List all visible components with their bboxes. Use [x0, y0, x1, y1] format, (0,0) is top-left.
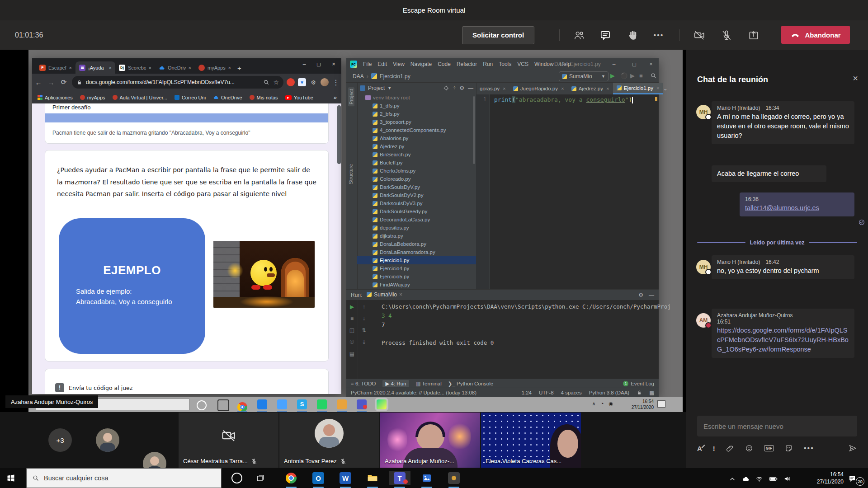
stop-icon[interactable]: ■ — [350, 315, 354, 322]
indent-setting[interactable]: 4 spaces — [561, 390, 582, 395]
tray-wifi-icon[interactable] — [755, 474, 763, 483]
settings-gear-icon[interactable]: ⚙ — [638, 292, 643, 298]
cortana-button[interactable] — [226, 471, 248, 485]
restore-layout-icon[interactable]: ◫ — [349, 327, 354, 333]
down-stack-icon[interactable]: ↓ — [363, 315, 365, 322]
pycharm-close-button[interactable]: × — [643, 58, 659, 70]
print-icon[interactable]: ▤ — [349, 351, 354, 357]
tree-file[interactable]: 4_connectedComponents.py — [357, 126, 476, 134]
tray-chevron-up-icon[interactable] — [729, 474, 736, 483]
run-tool-tab[interactable]: ▶ 4: Run — [382, 380, 410, 387]
message-link[interactable]: https://docs.google.com/forms/d/e/1FAIpQ… — [717, 327, 849, 353]
taskbar-chrome-icon[interactable] — [280, 471, 302, 485]
taskbar-app-icon[interactable] — [443, 471, 465, 485]
avatar[interactable]: MH — [696, 260, 711, 274]
tab-close-icon[interactable]: × — [606, 86, 609, 91]
tree-root[interactable]: venv library root — [357, 94, 476, 102]
share-screen-icon[interactable] — [748, 29, 760, 41]
menu-navigate[interactable]: Navigate — [410, 61, 432, 67]
tree-file[interactable]: Ajedrez.py — [357, 142, 476, 150]
browser-tab[interactable]: P EscapeR × — [36, 61, 75, 74]
participant-tile[interactable]: César Mestraitua Tarra... — [179, 413, 278, 468]
hide-panel-icon[interactable]: — — [468, 85, 473, 91]
tab-close-icon[interactable]: × — [189, 65, 191, 70]
status-message[interactable]: PyCharm 2020.2.4 available: // Update...… — [351, 390, 476, 395]
menu-tools[interactable]: Tools — [499, 61, 511, 67]
participant-avatar[interactable] — [96, 428, 119, 452]
pycharm-minimize-button[interactable]: – — [606, 58, 622, 70]
camera-off-icon[interactable] — [693, 29, 705, 41]
gif-icon[interactable]: GIF — [764, 445, 774, 451]
chat-message[interactable]: Acaba de llegarme el correo — [712, 165, 826, 182]
rerun-icon[interactable]: ▶ — [350, 304, 354, 310]
bookmark-myapps[interactable]: myApps — [80, 95, 105, 100]
code-editor[interactable]: 1 print("abracadabra, voy a conseguirlo"… — [476, 94, 659, 289]
menu-edit[interactable]: Edit — [377, 61, 387, 67]
extension-icon[interactable]: ▼ — [298, 78, 306, 86]
participants-icon[interactable] — [573, 29, 585, 41]
bookmark-apps[interactable]: Aplicaciones — [38, 95, 73, 100]
message-link[interactable]: taller14@alumnos.urjc.es — [745, 204, 819, 211]
python-console-tab[interactable]: ❯_ Python Console — [448, 380, 493, 387]
tab-close-icon[interactable]: × — [656, 85, 660, 91]
tree-file[interactable]: Abalorios.py — [357, 134, 476, 142]
bookmark-onedrive[interactable]: OneDrive — [213, 94, 242, 100]
tree-file[interactable]: 2_bfs.py — [357, 110, 476, 118]
chat-message[interactable]: Mario H (Invitado)16:42 no, yo ya estoy … — [712, 255, 854, 279]
extensions-puzzle-icon[interactable]: ⚙ — [309, 78, 317, 86]
raise-hand-icon[interactable] — [627, 29, 639, 41]
new-tab-button[interactable]: + — [237, 64, 241, 72]
chat-icon[interactable] — [599, 29, 611, 41]
tree-file[interactable]: FindAWay.py — [357, 281, 476, 289]
bookmarks-overflow-chevron[interactable]: » — [334, 94, 337, 101]
bookmark-correo[interactable]: Correo Uni — [175, 95, 206, 100]
adblock-extension-icon[interactable] — [287, 78, 295, 86]
tab-close-icon[interactable]: × — [69, 65, 72, 70]
encoding[interactable]: UTF-8 — [539, 390, 554, 395]
collapse-all-icon[interactable]: ÷ — [453, 85, 456, 91]
browser-scrollbar[interactable] — [337, 105, 341, 164]
chat-message[interactable]: Mario H (Invitado)16:34 A mí no me ha ll… — [712, 101, 854, 144]
tree-file[interactable]: DoraLaBebedora.py — [357, 240, 476, 248]
taskbar-photos-icon[interactable] — [416, 471, 438, 485]
run-tab[interactable]: SumaMio × — [367, 289, 402, 301]
browser-tab[interactable]: myApps × — [195, 61, 235, 74]
browser-menu-icon[interactable]: ⋮ — [332, 78, 340, 86]
breadcrumb-project[interactable]: DAA — [353, 73, 364, 80]
caret-position[interactable]: 1:24 — [522, 390, 532, 395]
tab-close-icon[interactable]: × — [228, 65, 231, 70]
bookmark-star-icon[interactable]: ☆ — [273, 79, 279, 86]
browser-tab-active[interactable]: ☰ ¡Ayuda × — [75, 61, 115, 74]
tree-file[interactable]: BucleIf.py — [357, 159, 476, 167]
up-stack-icon[interactable]: ↑ — [363, 304, 365, 310]
tray-battery-icon[interactable] — [769, 474, 778, 483]
tab-close-icon[interactable]: × — [109, 65, 112, 70]
address-bar[interactable]: docs.google.com/forms/d/e/1FAIpQLScPFMeb… — [72, 76, 283, 89]
browser-maximize-button[interactable]: ◻ — [311, 58, 326, 70]
sticker-icon[interactable] — [785, 444, 793, 452]
chat-message[interactable]: Azahara Andujar Muñoz-Quiros16:51 https:… — [712, 309, 854, 358]
soft-wrap-icon[interactable]: ⇅ — [362, 327, 366, 333]
leave-meeting-button[interactable]: Abandonar — [781, 26, 850, 44]
start-button[interactable] — [0, 471, 22, 485]
request-control-button[interactable]: Solicitar control — [462, 26, 534, 44]
action-center-icon[interactable] — [848, 474, 856, 483]
locate-icon[interactable] — [443, 85, 449, 91]
stop-icon[interactable]: ■ — [639, 72, 643, 79]
terminal-tab[interactable]: ▥ Terminal — [415, 380, 441, 387]
browser-tab[interactable]: Dj Scorebo × — [115, 61, 155, 74]
tree-file[interactable]: Ejercicio5.py — [357, 272, 476, 281]
back-icon[interactable]: ← — [32, 79, 45, 86]
editor-tab[interactable]: JuegoRapido.py× — [509, 83, 568, 94]
editor-tab[interactable]: goras.py× — [476, 83, 509, 94]
bookmark-mis-notas[interactable]: Mis notas — [250, 95, 278, 100]
pycharm-maximize-button[interactable]: ◻ — [627, 58, 642, 70]
console-output[interactable]: C:\Users\conch\PycharmProjects\DAA\venv\… — [382, 302, 671, 347]
browser-tab[interactable]: OneDriv × — [155, 61, 195, 74]
tree-file[interactable]: DecorandoLaCasa.py — [357, 216, 476, 224]
send-icon[interactable] — [848, 444, 857, 453]
avatar[interactable]: MH — [696, 105, 711, 119]
stripe-structure-tab[interactable]: Structure — [348, 164, 354, 184]
chat-close-icon[interactable]: × — [853, 73, 858, 84]
zoom-icon[interactable] — [263, 79, 269, 85]
